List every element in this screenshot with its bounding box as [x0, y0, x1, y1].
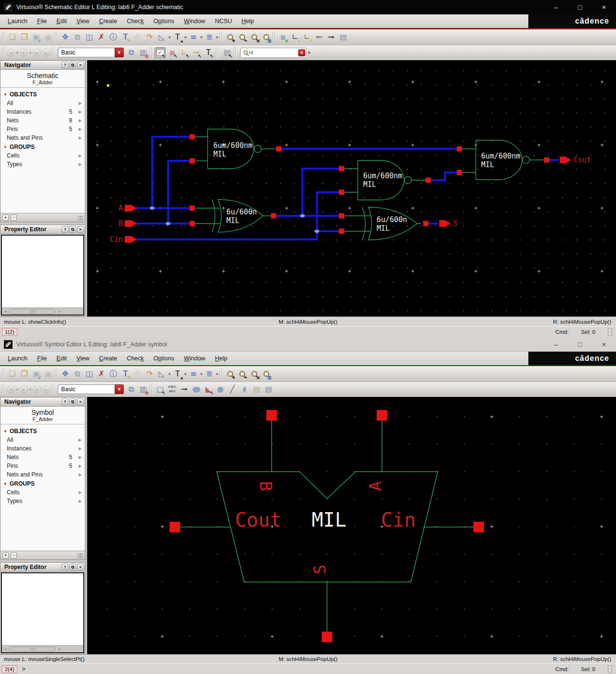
- symbol-label-s[interactable]: S: [310, 565, 329, 574]
- menu-edit[interactable]: Edit: [52, 355, 72, 362]
- select-pin-icon[interactable]: ⊸↖: [191, 47, 202, 58]
- selection-arrow-icon[interactable]: ▢↖: [155, 384, 166, 395]
- tree-item-instances[interactable]: Instances▶: [0, 444, 85, 453]
- svg-text:MIL[interactable]: MIL: [481, 160, 494, 169]
- search-input[interactable]: [251, 49, 298, 56]
- stretch-icon[interactable]: ◫: [84, 369, 95, 380]
- forward-history-icon[interactable]: ▾: [29, 387, 31, 392]
- minimize-button[interactable]: –: [544, 0, 568, 14]
- object-properties-icon[interactable]: ⓘ: [108, 369, 119, 380]
- go-forward-icon[interactable]: ▸: [20, 385, 28, 394]
- tree-section-groups[interactable]: ▼GROUPS: [0, 479, 85, 488]
- distribute-icon[interactable]: ≣: [204, 32, 215, 43]
- search-box[interactable]: ▾ ✕: [240, 48, 307, 58]
- symbol-pin-s[interactable]: [322, 632, 332, 642]
- align-icon-dropdown[interactable]: ▾: [200, 35, 202, 40]
- edit-labels-icon[interactable]: T✎: [120, 369, 131, 380]
- go-up-icon[interactable]: ▴: [33, 49, 41, 57]
- copy-properties-icon[interactable]: ⧉: [126, 384, 137, 395]
- menu-create[interactable]: Create: [94, 355, 122, 362]
- search-clear-icon[interactable]: ✕: [298, 49, 305, 56]
- create-label-icon[interactable]: T▴: [172, 369, 183, 380]
- close-panel-icon[interactable]: ×: [77, 62, 84, 68]
- tree-item-instances[interactable]: Instances5▶: [0, 107, 85, 116]
- symbol-label-cin[interactable]: Cin: [381, 509, 416, 531]
- pin-label-s[interactable]: S: [453, 219, 458, 228]
- panel-layout-icon[interactable]: ◫: [78, 214, 83, 221]
- zoom-fit-icon[interactable]: ⇲: [249, 32, 260, 43]
- move-icon[interactable]: ✥: [60, 369, 71, 380]
- visibility-toggle-icon[interactable]: ▥⊘: [138, 47, 149, 58]
- edit-labels-icon[interactable]: T✎: [120, 32, 131, 43]
- delete-icon[interactable]: ✗: [96, 32, 107, 43]
- menu-help[interactable]: Help: [237, 18, 259, 25]
- menu-help[interactable]: Help: [210, 355, 232, 362]
- svg-text:MIL[interactable]: MIL: [226, 216, 239, 225]
- minimize-button[interactable]: –: [544, 337, 568, 352]
- align-icon[interactable]: ≡: [188, 369, 199, 380]
- create-pin-icon[interactable]: ⊸: [326, 32, 337, 43]
- undo-icon[interactable]: ↶: [132, 369, 143, 380]
- tree-item-all[interactable]: All▶: [0, 99, 85, 107]
- create-label-icon[interactable]: T▴: [172, 32, 183, 43]
- workspace-combo[interactable]: Basic ▼: [58, 384, 124, 394]
- menu-options[interactable]: Options: [149, 355, 179, 362]
- measure-icon-dropdown[interactable]: ▾: [169, 372, 170, 376]
- distribute-icon-dropdown[interactable]: ▾: [216, 35, 218, 40]
- pin-label-cout[interactable]: Cout: [574, 156, 591, 164]
- menu-file[interactable]: File: [32, 18, 52, 25]
- open-icon[interactable]: ❐: [19, 32, 30, 43]
- symbol-label-a[interactable]: A: [366, 481, 385, 491]
- forward-history-icon[interactable]: ▾: [29, 51, 31, 55]
- tree-section-objects[interactable]: ▼OBJECTS: [0, 90, 85, 99]
- copy-icon[interactable]: ⧉: [72, 369, 83, 380]
- select-property-icon[interactable]: ▤↖: [222, 47, 233, 58]
- menu-edit[interactable]: Edit: [52, 18, 72, 25]
- search-scope-dropdown-icon[interactable]: ▾: [249, 51, 251, 55]
- search-dropdown-icon[interactable]: ▼: [307, 51, 311, 55]
- create-wire-name-icon[interactable]: abc: [314, 32, 325, 43]
- tree-item-cells[interactable]: Cells▶: [0, 488, 85, 497]
- align-icon[interactable]: ≡: [188, 32, 199, 43]
- schematic-canvas[interactable]: 6um/600nm MIL 6um/600nm MIL 6um/600nm MI…: [87, 60, 616, 317]
- save-icon[interactable]: ▣: [43, 32, 54, 43]
- draw-polygon-icon[interactable]: ◣↖: [203, 384, 214, 395]
- float-panel-icon[interactable]: ⧉: [69, 226, 76, 233]
- help-icon[interactable]: ?: [62, 226, 68, 233]
- tree-item-cells[interactable]: Cells▶: [0, 151, 85, 160]
- symbol-pin-cin[interactable]: [473, 522, 484, 532]
- symbol-label-cout[interactable]: Cout: [235, 509, 281, 531]
- menu-file[interactable]: File: [32, 355, 52, 362]
- redo-icon[interactable]: ↷: [144, 32, 155, 43]
- measure-icon-dropdown[interactable]: ▾: [169, 35, 170, 40]
- visibility-toggle-icon[interactable]: ▥⊘: [138, 384, 149, 395]
- remove-filter-button[interactable]: −: [11, 214, 17, 221]
- horizontal-scrollbar[interactable]: ◂▸: [2, 307, 83, 315]
- selection-mode-icon[interactable]: ✓↖: [155, 47, 166, 58]
- menu-launch[interactable]: Launch: [3, 18, 32, 25]
- menu-window[interactable]: Window: [179, 18, 210, 25]
- float-panel-icon[interactable]: ⧉: [69, 398, 76, 405]
- command-prompt[interactable]: >: [22, 666, 26, 673]
- distribute-icon-dropdown[interactable]: ▾: [216, 372, 218, 376]
- add-filter-button[interactable]: +: [2, 552, 9, 558]
- panel-layout-icon[interactable]: ◫: [78, 552, 83, 558]
- copy-properties-icon[interactable]: ⧉: [126, 47, 137, 58]
- draw-arc-icon[interactable]: ◖: [239, 384, 250, 395]
- close-panel-icon[interactable]: ×: [77, 398, 84, 405]
- draw-ellipse-icon[interactable]: ●: [191, 384, 202, 395]
- float-panel-icon[interactable]: ⧉: [69, 62, 76, 68]
- go-up-icon[interactable]: ▴: [33, 385, 41, 394]
- xor-right-label[interactable]: 6u/600n: [377, 215, 407, 224]
- draw-circle-icon[interactable]: ●: [215, 384, 226, 395]
- horizontal-scrollbar[interactable]: ◂▸: [2, 645, 83, 652]
- tree-item-all[interactable]: All▶: [0, 436, 85, 444]
- select-label-icon[interactable]: T↖: [203, 47, 214, 58]
- svg-text:MIL[interactable]: MIL: [363, 180, 376, 189]
- open-icon[interactable]: ❐: [19, 369, 30, 380]
- symbol-pin-b[interactable]: [266, 410, 277, 421]
- add-filter-button[interactable]: +: [2, 214, 9, 221]
- menu-check[interactable]: Check: [122, 355, 148, 362]
- nand-top-label[interactable]: 6um/600nm: [213, 141, 252, 150]
- measure-icon[interactable]: ◺: [156, 369, 167, 380]
